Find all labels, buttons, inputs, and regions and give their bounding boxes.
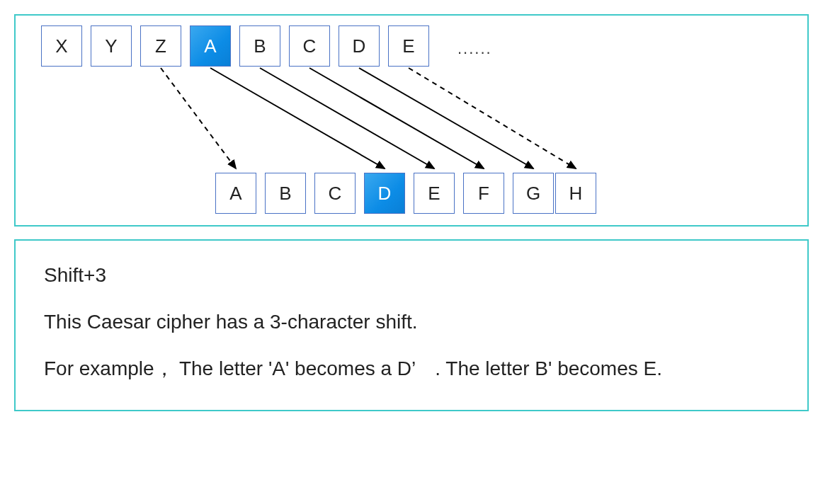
- top-cell-Z: Z: [140, 25, 181, 67]
- bottom-cell-C: C: [314, 173, 356, 214]
- bottom-cell-H: H: [555, 173, 596, 214]
- bottom-cell-A: A: [215, 173, 256, 214]
- top-cell-A: A: [190, 25, 231, 67]
- bottom-cell-F: F: [463, 173, 504, 214]
- top-cell-X: X: [41, 25, 82, 67]
- shift-label: Shift+3: [44, 262, 779, 289]
- cipher-diagram-panel: ...... XYZABCDEABCDEFGH: [14, 14, 809, 227]
- ellipsis-text: ......: [457, 40, 492, 58]
- arrow-dashed: [409, 68, 576, 168]
- description-panel: Shift+3 This Caesar cipher has a 3-chara…: [14, 239, 809, 411]
- arrow-solid: [210, 68, 385, 168]
- bottom-cell-D: D: [364, 173, 405, 214]
- top-cell-Y: Y: [91, 25, 132, 67]
- top-cell-E: E: [388, 25, 429, 67]
- arrow-solid: [309, 68, 484, 168]
- bottom-cell-E: E: [414, 173, 455, 214]
- top-cell-D: D: [339, 25, 380, 67]
- arrow-solid: [359, 68, 533, 168]
- bottom-cell-B: B: [265, 173, 306, 214]
- arrow-dashed: [161, 68, 236, 168]
- arrow-solid: [260, 68, 434, 168]
- top-cell-B: B: [239, 25, 280, 67]
- top-cell-C: C: [289, 25, 330, 67]
- cipher-explain-1: This Caesar cipher has a 3-character shi…: [44, 309, 779, 336]
- cipher-explain-2: For example， The letter 'A' becomes a D’…: [44, 355, 779, 382]
- bottom-cell-G: G: [513, 173, 554, 214]
